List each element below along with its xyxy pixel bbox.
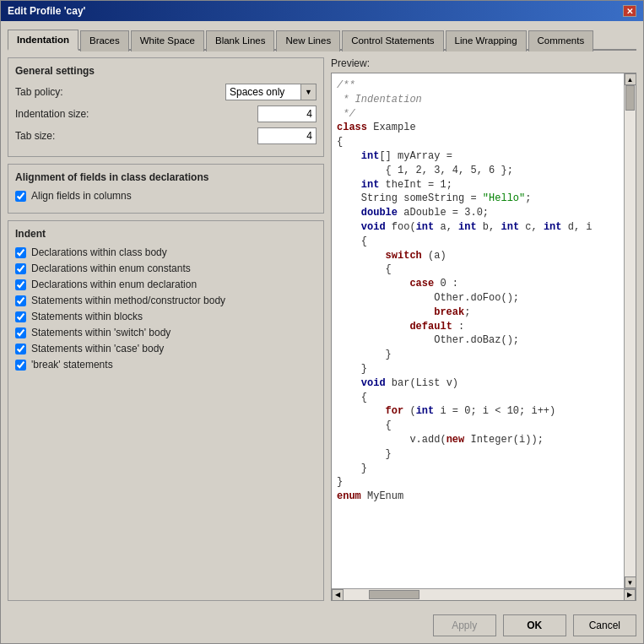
indent-checkbox-0[interactable] — [15, 247, 26, 258]
indent-item-3: Statements within method/constructor bod… — [15, 295, 317, 306]
tab-white-space[interactable]: White Space — [131, 30, 204, 51]
scroll-thumb-v[interactable] — [625, 85, 635, 111]
tab-bar: Indentation Braces White Space Blank Lin… — [8, 28, 636, 51]
preview-code: /** * Indentation */ class Example { int… — [332, 73, 624, 588]
indentation-size-row: Indentation size: — [15, 106, 317, 122]
preview-container: /** * Indentation */ class Example { int… — [331, 73, 636, 601]
tab-policy-dropdown[interactable]: ▼ — [225, 84, 317, 100]
indent-item-5: Statements within 'switch' body — [15, 327, 317, 338]
tab-policy-label: Tab policy: — [15, 86, 225, 98]
dialog-content: Indentation Braces White Space Blank Lin… — [1, 21, 643, 608]
indent-checkbox-2[interactable] — [15, 279, 26, 290]
indent-checkbox-7[interactable] — [15, 360, 26, 371]
title-bar: Edit Profile 'cay' ✕ — [1, 1, 643, 21]
indent-item-0: Declarations within class body — [15, 246, 317, 258]
indent-item-2: Declarations within enum declaration — [15, 279, 317, 290]
indent-section: Indent Declarations within class body De… — [8, 220, 324, 601]
tab-indentation[interactable]: Indentation — [8, 30, 78, 51]
indent-checkbox-6[interactable] — [15, 344, 26, 354]
indent-item-4: Statements within blocks — [15, 311, 317, 322]
main-area: General settings Tab policy: ▼ Indentati… — [8, 51, 636, 601]
dialog: Edit Profile 'cay' ✕ Indentation Braces … — [0, 0, 644, 644]
tab-braces[interactable]: Braces — [80, 30, 129, 51]
indentation-size-label: Indentation size: — [15, 108, 257, 120]
indent-label-6: Statements within 'case' body — [31, 343, 164, 354]
align-fields-row: Align fields in columns — [15, 190, 317, 202]
indent-label-4: Statements within blocks — [31, 311, 143, 322]
indent-title: Indent — [15, 228, 317, 240]
left-panel: General settings Tab policy: ▼ Indentati… — [8, 57, 324, 601]
tab-comments[interactable]: Comments — [528, 30, 594, 51]
tab-size-row: Tab size: — [15, 127, 317, 144]
general-settings-title: General settings — [15, 65, 317, 77]
dropdown-arrow-icon[interactable]: ▼ — [301, 84, 317, 100]
indent-label-3: Statements within method/constructor bod… — [31, 295, 225, 306]
alignment-title: Alignment of fields in class declaration… — [15, 171, 317, 183]
right-panel: Preview: /** * Indentation */ class Exam… — [331, 57, 636, 601]
indent-label-2: Declarations within enum declaration — [31, 279, 197, 290]
tab-policy-row: Tab policy: ▼ — [15, 84, 317, 100]
indent-checkbox-1[interactable] — [15, 263, 26, 274]
indent-label-7: 'break' statements — [31, 359, 113, 371]
cancel-button[interactable]: Cancel — [573, 614, 636, 636]
indent-checkbox-4[interactable] — [15, 311, 26, 322]
indentation-size-input[interactable] — [257, 106, 317, 122]
indent-checkbox-3[interactable] — [15, 295, 26, 306]
indent-label-0: Declarations within class body — [31, 246, 167, 258]
tab-size-label: Tab size: — [15, 130, 257, 142]
scroll-right-button[interactable]: ▶ — [624, 589, 636, 601]
general-settings-section: General settings Tab policy: ▼ Indentati… — [8, 57, 324, 157]
scroll-down-button[interactable]: ▼ — [625, 576, 636, 588]
indent-checkbox-5[interactable] — [15, 327, 26, 338]
scroll-thumb-h[interactable] — [369, 590, 419, 599]
tab-new-lines[interactable]: New Lines — [276, 30, 340, 51]
ok-button[interactable]: OK — [503, 614, 566, 636]
indent-item-6: Statements within 'case' body — [15, 343, 317, 354]
alignment-section: Alignment of fields in class declaration… — [8, 164, 324, 214]
dialog-footer: Apply OK Cancel — [1, 608, 643, 643]
indent-label-1: Declarations within enum constants — [31, 262, 191, 274]
tab-control-statements[interactable]: Control Statements — [342, 30, 443, 51]
tab-blank-lines[interactable]: Blank Lines — [206, 30, 274, 51]
vertical-scrollbar[interactable]: ▲ ▼ — [624, 73, 636, 588]
scroll-left-button[interactable]: ◀ — [332, 589, 344, 601]
align-fields-label: Align fields in columns — [31, 190, 132, 202]
scroll-track-v[interactable] — [625, 85, 636, 576]
tab-size-input[interactable] — [257, 127, 317, 144]
dialog-title: Edit Profile 'cay' — [8, 5, 85, 17]
indent-label-5: Statements within 'switch' body — [31, 327, 170, 338]
horizontal-scrollbar[interactable]: ◀ ▶ — [332, 588, 636, 600]
tab-line-wrapping[interactable]: Line Wrapping — [446, 30, 527, 51]
preview-scroll-area: /** * Indentation */ class Example { int… — [332, 73, 636, 588]
scroll-up-button[interactable]: ▲ — [625, 73, 636, 85]
align-fields-checkbox[interactable] — [15, 191, 26, 202]
preview-label: Preview: — [331, 57, 636, 69]
scroll-track-h[interactable] — [344, 589, 624, 600]
apply-button[interactable]: Apply — [433, 614, 496, 636]
tab-policy-input[interactable] — [225, 84, 301, 100]
indent-item-1: Declarations within enum constants — [15, 262, 317, 274]
close-button[interactable]: ✕ — [623, 5, 636, 17]
indent-item-7: 'break' statements — [15, 359, 317, 371]
